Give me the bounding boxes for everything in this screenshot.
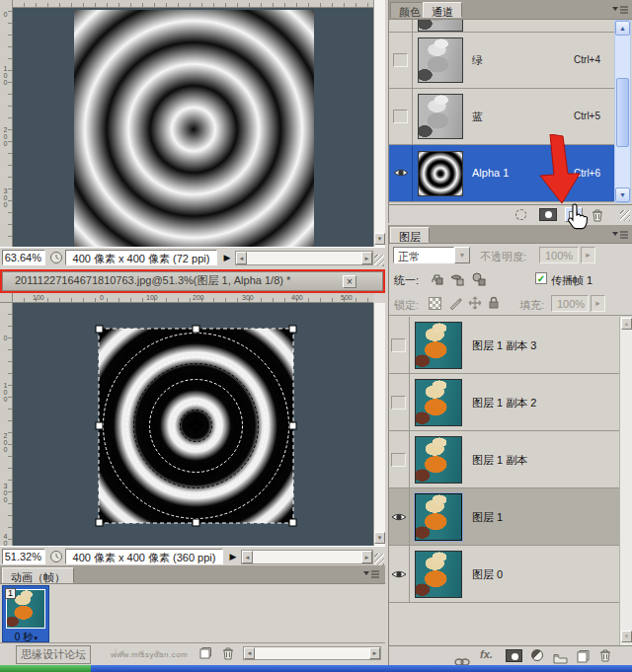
layer-thumbnail[interactable] [415, 551, 462, 598]
blend-mode-select[interactable]: 正常 [393, 247, 454, 263]
zoom-level-field[interactable]: 51.32% [2, 549, 45, 564]
document-title-bar[interactable]: 20111227164671810763.jpg@51.3%(图层 1, Alp… [2, 271, 383, 291]
load-selection-button[interactable] [515, 209, 526, 220]
lock-transparency-icon[interactable] [429, 297, 441, 310]
layers-scrollbar[interactable]: ▲ ▼ [619, 317, 632, 645]
layer-thumbnail[interactable] [415, 436, 462, 484]
layer-style-button[interactable]: fx. [480, 648, 493, 660]
channel-row-partial[interactable] [389, 20, 614, 33]
frame-1[interactable]: 1 0 秒▼ [2, 585, 49, 642]
taskbar-start-edge[interactable] [0, 665, 91, 672]
fill-chevron-icon[interactable]: ▸ [591, 295, 605, 312]
visibility-toggle[interactable] [393, 110, 408, 123]
delay-dropdown-icon[interactable]: ▼ [33, 635, 39, 641]
propagate-frame-checkbox[interactable]: ✓ [535, 272, 547, 284]
layer-row-layer0[interactable]: 图层 0 [389, 546, 619, 603]
scroll-up-button[interactable]: ▲ [615, 21, 630, 36]
channel-thumbnail[interactable] [418, 37, 463, 83]
status-menu-arrow-icon[interactable]: ▶ [227, 550, 239, 563]
scrollbar-thumb[interactable] [616, 78, 629, 147]
scroll-right-button[interactable]: ► [361, 252, 372, 264]
delete-channel-button[interactable] [591, 208, 604, 222]
new-layer-button[interactable] [577, 649, 590, 662]
opacity-chevron-icon[interactable]: ▸ [581, 247, 595, 263]
resize-grip[interactable] [374, 255, 384, 266]
layer-thumbnail[interactable] [415, 493, 462, 541]
unify-visibility-icon[interactable] [450, 272, 465, 286]
scroll-up-button[interactable]: ▲ [621, 318, 632, 330]
tab-animation-frames[interactable]: 动画（帧） [2, 567, 74, 583]
opacity-value[interactable]: 100% [539, 247, 579, 263]
eye-icon[interactable] [391, 511, 407, 523]
close-button[interactable]: × [343, 275, 356, 288]
add-layer-mask-button[interactable] [506, 649, 522, 662]
alpha-channel-thumbnail[interactable] [418, 151, 463, 196]
visibility-column[interactable] [389, 145, 413, 201]
resize-grip[interactable] [374, 554, 384, 565]
lock-position-icon[interactable] [468, 296, 482, 310]
horizontal-scrollbar[interactable]: ◄ ► [241, 550, 373, 564]
delete-frame-button[interactable] [221, 646, 235, 660]
resize-grip[interactable] [620, 210, 630, 221]
fill-value[interactable]: 100% [551, 295, 589, 312]
zoom-level-field[interactable]: 63.64% [2, 250, 45, 265]
visibility-toggle[interactable] [391, 453, 406, 467]
unify-style-icon[interactable] [472, 272, 487, 286]
save-selection-as-channel-button[interactable] [539, 208, 557, 221]
layer-row-layer1[interactable]: 图层 1 [389, 488, 619, 546]
visibility-column[interactable] [389, 317, 410, 373]
visibility-column[interactable] [389, 20, 413, 32]
unify-position-icon[interactable] [431, 272, 444, 286]
layer-thumbnail[interactable] [415, 322, 462, 369]
visibility-column[interactable] [389, 89, 413, 144]
layer-row-copy1[interactable]: 图层 1 副本 [389, 431, 619, 488]
vertical-scrollbar[interactable]: ▼ [373, 0, 385, 247]
layer-row-copy2[interactable]: 图层 1 副本 2 [389, 374, 619, 431]
delete-layer-button[interactable] [598, 648, 612, 662]
visibility-toggle[interactable] [391, 338, 406, 352]
eye-icon[interactable] [391, 568, 407, 580]
horizontal-scrollbar[interactable]: ◄ ► [235, 251, 373, 265]
visibility-column[interactable] [389, 33, 413, 88]
frame-delay-selector[interactable]: 0 秒▼ [3, 631, 50, 644]
new-group-button[interactable] [553, 650, 568, 661]
alpha-channel-image[interactable] [74, 10, 314, 247]
scroll-right-button[interactable]: ► [369, 647, 380, 659]
visibility-toggle[interactable] [393, 53, 408, 67]
scroll-down-button[interactable]: ▼ [621, 631, 632, 642]
canvas-area-top[interactable] [13, 8, 373, 247]
scroll-down-button[interactable]: ▼ [374, 233, 385, 245]
canvas-area-bottom[interactable] [13, 303, 373, 546]
panel-menu-icon[interactable] [612, 231, 628, 240]
adjustment-layer-button[interactable] [531, 649, 543, 661]
blend-mode-dropdown-icon[interactable]: ▼ [454, 247, 470, 263]
visibility-column[interactable] [389, 431, 410, 487]
tab-layers[interactable]: 图层 [390, 227, 430, 243]
channel-row-green[interactable]: 绿 Ctrl+4 [389, 33, 614, 89]
vertical-scrollbar[interactable]: ▼ [373, 303, 385, 546]
status-menu-arrow-icon[interactable]: ▶ [221, 251, 233, 264]
panel-menu-icon[interactable] [612, 6, 628, 15]
scroll-left-button[interactable]: ◄ [242, 551, 253, 563]
eye-icon[interactable] [393, 167, 409, 179]
tab-channels[interactable]: 通道 [423, 2, 462, 18]
duplicate-frame-button[interactable] [198, 646, 212, 660]
scroll-down-button[interactable]: ▼ [374, 532, 385, 544]
scroll-right-button[interactable]: ► [361, 551, 372, 563]
visibility-column[interactable] [389, 374, 410, 430]
layer-thumbnail[interactable] [415, 379, 462, 426]
link-layers-button[interactable] [454, 652, 470, 660]
lock-pixels-icon[interactable] [448, 296, 462, 310]
visibility-column[interactable] [389, 546, 410, 602]
channels-scrollbar[interactable]: ▲ ▼ [614, 20, 631, 203]
scroll-left-button[interactable]: ◄ [244, 647, 255, 659]
layer-row-copy3[interactable]: 图层 1 副本 3 [389, 317, 619, 374]
scroll-down-button[interactable]: ▼ [615, 187, 630, 202]
channel-thumbnail[interactable] [418, 94, 463, 139]
lock-all-icon[interactable] [488, 296, 500, 310]
visibility-column[interactable] [389, 488, 410, 545]
visibility-toggle[interactable] [391, 396, 406, 410]
panel-menu-icon[interactable] [363, 570, 379, 579]
scroll-left-button[interactable]: ◄ [236, 252, 247, 264]
frames-scrollbar[interactable]: ◄ ► [243, 646, 381, 660]
